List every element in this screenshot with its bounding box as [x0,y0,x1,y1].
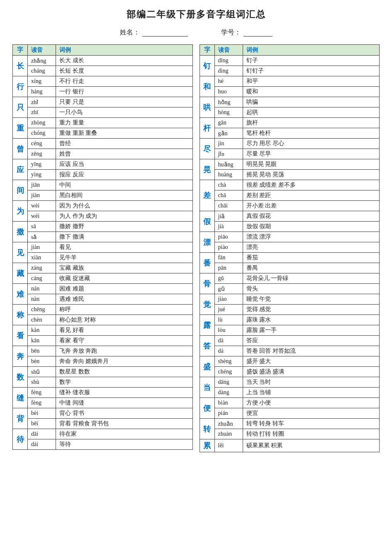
table-header-0: 字 [13,45,28,56]
table-row: bèn奔命 奔向 嫦娥奔月 [13,356,193,367]
example-cell: 暖和 [243,87,380,97]
table-row: piào漂亮 [200,242,380,253]
table-row: 待dāi待在家 [13,429,193,439]
char-cell: 便 [200,398,214,419]
example-cell: 漂流 漂浮 [243,232,380,242]
table-row: jiàn黑白相间 [13,190,193,201]
example-cell: 中缝 间缝 [56,398,193,408]
example-cell: 硕果累累 积累 [243,439,380,452]
table-row: huo暖和 [200,87,380,97]
char-cell: 骨 [200,273,214,294]
example-cell: 称心如意 对称 [56,315,193,325]
pinyin-cell: nàn [28,294,56,305]
pinyin-cell: háng [28,87,56,97]
pinyin-cell: gǎn [214,128,243,139]
table-row: kān看家 看守 [13,336,193,346]
right-table: 字读音词例钉dīng钉子dìng钉钉子和hé和平huo暖和哄hǒng哄骗hòng… [200,44,380,452]
pinyin-cell: dīng [214,56,243,66]
table-row: sǎ撒下 撒满 [13,232,193,242]
pinyin-cell: piāo [214,232,243,242]
example-cell: 转弯 转身 转车 [243,419,380,429]
example-cell: 长大 成长 [56,56,193,66]
char-cell: 撒 [13,222,28,242]
example-cell: 奔命 奔向 嫦娥奔月 [56,356,193,367]
pinyin-cell: chóng [28,128,56,139]
char-cell: 称 [13,305,28,325]
example-cell: 数星星 数数 [56,367,193,377]
char-cell: 看 [13,325,28,346]
example-cell: 睡觉 午觉 [243,294,380,305]
table-header-1: 读音 [214,45,243,56]
example-cell: 答应 [243,336,380,346]
pinyin-cell: dāng [214,377,243,388]
pinyin-cell: chà [214,180,243,190]
table-row: 答dā答应 [200,336,380,346]
example-cell: 盛饭 盛汤 盛满 [243,367,380,377]
table-row: bēi背着 背粮食 背书包 [13,419,193,429]
example-cell: 差别 差距 [243,190,380,201]
example-cell: 露珠 露水 [243,315,380,325]
pinyin-cell: dāi [28,429,56,439]
example-cell: 开小差 出差 [243,201,380,211]
char-cell: 累 [200,439,214,452]
example-cell: 番禺 [243,263,380,273]
example-cell: 一只小鸟 [56,107,193,118]
table-row: 露lù露珠 露水 [200,315,380,325]
table-row: lòu露脸 露一手 [200,325,380,336]
example-cell: 很差 成绩差 差不多 [243,180,380,190]
example-cell: 因为 为什么 [56,201,193,211]
char-cell: 重 [13,118,28,139]
example-cell: 放假 假期 [243,222,380,232]
pinyin-cell: zhuàn [214,429,243,439]
pinyin-cell: yīng [28,159,56,170]
example-cell: 明晃晃 晃眼 [243,159,380,170]
table-row: wéi为人 作为 成为 [13,211,193,222]
table-row: 假jiǎ真假 假花 [200,211,380,222]
pinyin-cell: nán [28,284,56,294]
char-cell: 缝 [13,388,28,408]
example-cell: 笔杆 枪杆 [243,128,380,139]
student-id-label: 学号： [221,28,273,37]
char-cell: 杆 [200,118,214,139]
table-row: 当dāng当天 当时 [200,377,380,388]
table-row: 杆gān旗杆 [200,118,380,128]
example-cell: 一行 银行 [56,87,193,97]
example-cell: 旗杆 [243,118,380,128]
char-cell: 数 [13,367,28,388]
table-row: 行xíng不行 行走 [13,76,193,87]
pinyin-cell: kān [28,336,56,346]
char-cell: 哄 [200,97,214,118]
table-row: jǐn尽量 尽早 [200,149,380,159]
char-cell: 盛 [200,356,214,377]
pinyin-cell: dài [28,439,56,450]
table-row: chèn称心如意 对称 [13,315,193,325]
example-cell: 遇难 难民 [56,294,193,305]
pinyin-cell: sǎ [28,232,56,242]
pinyin-cell: jiān [28,180,56,190]
table-row: 番fān番茄 [200,253,380,263]
char-cell: 假 [200,211,214,232]
pinyin-cell: zhǎng [28,56,56,66]
pinyin-cell: jìn [214,139,243,149]
pinyin-cell: cháng [28,66,56,76]
table-row: cháng长短 长度 [13,66,193,76]
example-cell: 看见 好看 [56,325,193,336]
table-row: fèng中缝 间缝 [13,398,193,408]
pinyin-cell: sā [28,222,56,232]
student-name-label: 姓名： [120,28,188,37]
pinyin-cell: gān [214,118,243,128]
table-row: 背bèi背心 背书 [13,408,193,419]
example-cell: 等待 [56,439,193,450]
pinyin-cell: dìng [214,66,243,76]
example-cell: 应该 应当 [56,159,193,170]
table-row: zēng姓曾 [13,149,193,159]
char-cell: 答 [200,336,214,356]
char-cell: 露 [200,315,214,336]
pinyin-cell: féng [28,388,56,398]
table-row: dá答卷 回答 对答如流 [200,346,380,356]
pinyin-cell: lěi [214,439,243,452]
example-cell: 重力 重量 [56,118,193,128]
table-row: 为wèi因为 为什么 [13,201,193,211]
example-cell: 看家 看守 [56,336,193,346]
table-row: háng一行 银行 [13,87,193,97]
